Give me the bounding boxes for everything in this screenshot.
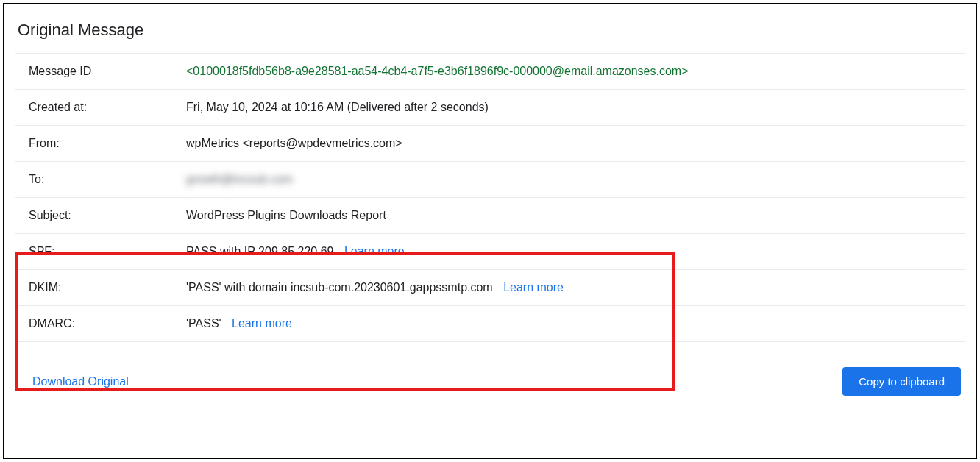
row-created-at: Created at: Fri, May 10, 2024 at 10:16 A… <box>15 90 965 126</box>
row-spf: SPF: PASS with IP 209.85.220.69 Learn mo… <box>15 234 965 270</box>
label-to: To: <box>29 173 186 186</box>
value-spf: PASS with IP 209.85.220.69 Learn more <box>186 245 405 258</box>
dmarc-text: 'PASS' <box>186 317 221 330</box>
value-created-at: Fri, May 10, 2024 at 10:16 AM (Delivered… <box>186 101 489 114</box>
row-from: From: wpMetrics <reports@wpdevmetrics.co… <box>15 126 965 162</box>
label-from: From: <box>29 137 186 150</box>
value-message-id: <0100018f5fdb56b8-a9e28581-aa54-4cb4-a7f… <box>186 65 689 78</box>
label-dkim: DKIM: <box>29 281 186 294</box>
label-subject: Subject: <box>29 209 186 222</box>
value-from: wpMetrics <reports@wpdevmetrics.com> <box>186 137 402 150</box>
value-dmarc: 'PASS' Learn more <box>186 317 292 330</box>
value-dkim: 'PASS' with domain incsub-com.20230601.g… <box>186 281 564 294</box>
dkim-text: 'PASS' with domain incsub-com.20230601.g… <box>186 281 493 294</box>
copy-to-clipboard-button[interactable]: Copy to clipboard <box>842 367 961 396</box>
page-title: Original Message <box>15 13 965 53</box>
value-to: growth@incsub.com <box>186 173 293 186</box>
label-dmarc: DMARC: <box>29 317 186 330</box>
spf-text: PASS with IP 209.85.220.69 <box>186 245 333 257</box>
label-message-id: Message ID <box>29 65 186 78</box>
dkim-learn-more-link[interactable]: Learn more <box>503 281 564 294</box>
row-message-id: Message ID <0100018f5fdb56b8-a9e28581-aa… <box>15 54 965 90</box>
actions-row: Download Original Copy to clipboard <box>15 342 965 396</box>
label-created-at: Created at: <box>29 101 186 114</box>
message-details-panel: Original Message Message ID <0100018f5fd… <box>3 3 977 459</box>
row-dkim: DKIM: 'PASS' with domain incsub-com.2023… <box>15 270 965 306</box>
dmarc-learn-more-link[interactable]: Learn more <box>232 317 292 330</box>
message-info-table: Message ID <0100018f5fdb56b8-a9e28581-aa… <box>15 53 965 342</box>
spf-learn-more-link[interactable]: Learn more <box>344 245 405 257</box>
download-original-link[interactable]: Download Original <box>32 375 129 388</box>
row-to: To: growth@incsub.com <box>15 162 965 198</box>
value-subject: WordPress Plugins Downloads Report <box>186 209 386 222</box>
row-dmarc: DMARC: 'PASS' Learn more <box>15 306 965 341</box>
row-subject: Subject: WordPress Plugins Downloads Rep… <box>15 198 965 234</box>
label-spf: SPF: <box>29 245 186 258</box>
